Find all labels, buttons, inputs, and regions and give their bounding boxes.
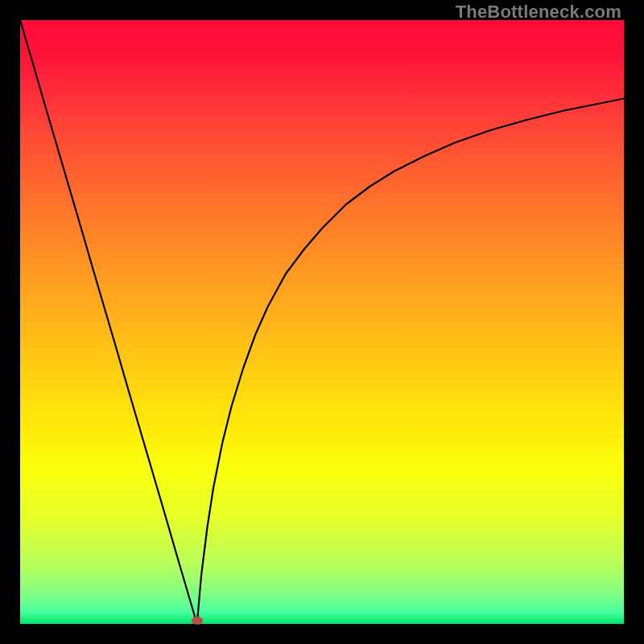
minimum-marker — [192, 617, 203, 625]
chart-frame: TheBottleneck.com — [0, 0, 644, 644]
plot-gradient-area — [20, 20, 624, 624]
curve-line — [20, 20, 624, 624]
